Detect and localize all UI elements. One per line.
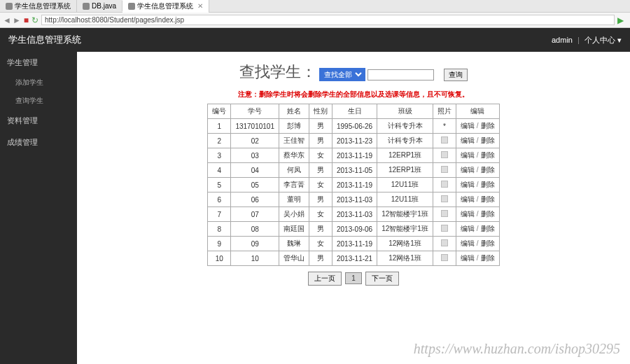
table-cell: 蔡华东 bbox=[279, 148, 309, 163]
table-cell: 6 bbox=[208, 192, 231, 207]
stop-icon[interactable]: ■ bbox=[24, 15, 29, 25]
photo-cell bbox=[433, 148, 456, 163]
edit-link[interactable]: 编辑 bbox=[461, 166, 475, 174]
delete-link[interactable]: 删除 bbox=[481, 195, 495, 203]
table-cell: 12智能楼宇1班 bbox=[377, 207, 433, 222]
table-cell: 魏琳 bbox=[279, 237, 309, 251]
prev-page-button[interactable]: 上一页 bbox=[308, 272, 342, 286]
table-header: 照片 bbox=[433, 104, 456, 119]
browser-tab-1[interactable]: DB.java bbox=[77, 1, 122, 11]
photo-cell bbox=[433, 163, 456, 178]
search-input[interactable] bbox=[368, 69, 434, 80]
next-page-button[interactable]: 下一页 bbox=[365, 272, 399, 286]
delete-link[interactable]: 删除 bbox=[481, 151, 495, 159]
edit-link[interactable]: 编辑 bbox=[461, 122, 475, 130]
table-cell: 2013-11-21 bbox=[332, 251, 377, 266]
photo-cell bbox=[433, 207, 456, 222]
table-cell: 彭博 bbox=[279, 119, 309, 134]
table-cell: 男 bbox=[309, 192, 332, 207]
app-title: 学生信息管理系统 bbox=[8, 34, 81, 46]
table-cell: 08 bbox=[231, 222, 279, 237]
table-row: 707吴小娟女2013-11-0312智能楼宇1班编辑/删除 bbox=[208, 207, 499, 222]
go-icon[interactable]: ▶ bbox=[617, 15, 627, 25]
search-type-select[interactable]: 查找全部 bbox=[319, 68, 365, 81]
user-menu[interactable]: 个人中心 bbox=[584, 36, 615, 44]
edit-link[interactable]: 编辑 bbox=[461, 195, 475, 203]
table-cell: 2013-11-19 bbox=[332, 178, 377, 192]
table-cell: 女 bbox=[309, 148, 332, 163]
search-button[interactable]: 查询 bbox=[444, 69, 468, 81]
photo-cell bbox=[433, 192, 456, 207]
delete-link[interactable]: 删除 bbox=[481, 225, 495, 232]
table-cell: 4 bbox=[208, 163, 231, 178]
close-icon[interactable]: ✕ bbox=[195, 2, 203, 10]
table-cell: 12网络1班 bbox=[377, 237, 433, 251]
browser-tab-0[interactable]: 学生信息管理系统 bbox=[0, 0, 77, 13]
table-cell: 1317010101 bbox=[231, 119, 279, 134]
table-cell: 计科专升本 bbox=[377, 119, 433, 134]
sidebar-sub-query-student[interactable]: 查询学生 bbox=[0, 92, 77, 110]
delete-link[interactable]: 删除 bbox=[481, 210, 495, 218]
table-row: 1010管华山男2013-11-2112网络1班编辑/删除 bbox=[208, 251, 499, 266]
separator: / bbox=[477, 239, 479, 247]
reload-icon[interactable]: ↻ bbox=[31, 15, 38, 25]
sidebar-item-grade[interactable]: 成绩管理 bbox=[0, 132, 77, 153]
action-cell: 编辑/删除 bbox=[456, 237, 499, 251]
chevron-down-icon[interactable]: ▾ bbox=[617, 36, 622, 44]
sidebar-sub-add-student[interactable]: 添加学生 bbox=[0, 74, 77, 92]
table-cell: 男 bbox=[309, 119, 332, 134]
edit-link[interactable]: 编辑 bbox=[461, 136, 475, 144]
forward-icon[interactable]: ► bbox=[13, 15, 21, 25]
table-cell: 1995-06-26 bbox=[332, 119, 377, 134]
action-cell: 编辑/删除 bbox=[456, 178, 499, 192]
table-header: 班级 bbox=[377, 104, 433, 119]
table-cell: 12ERP1班 bbox=[377, 163, 433, 178]
app-header: 学生信息管理系统 admin | 个人中心 ▾ bbox=[0, 28, 630, 52]
delete-link[interactable]: 删除 bbox=[481, 122, 495, 130]
edit-link[interactable]: 编辑 bbox=[461, 239, 475, 247]
edit-link[interactable]: 编辑 bbox=[461, 181, 475, 188]
sidebar: 学生管理 添加学生 查询学生 资料管理 成绩管理 bbox=[0, 52, 77, 364]
photo-cell bbox=[433, 222, 456, 237]
table-row: 808南廷国男2013-09-0612智能楼宇1班编辑/删除 bbox=[208, 222, 499, 237]
globe-icon bbox=[128, 3, 135, 10]
table-cell: 03 bbox=[231, 148, 279, 163]
delete-link[interactable]: 删除 bbox=[481, 181, 495, 188]
student-table: 编号学号姓名性别生日班级照片编辑 11317010101彭博男1995-06-2… bbox=[207, 104, 499, 266]
delete-link[interactable]: 删除 bbox=[481, 136, 495, 144]
photo-cell bbox=[433, 251, 456, 266]
photo-placeholder-icon bbox=[441, 181, 448, 188]
table-row: 909魏琳女2013-11-1912网络1班编辑/删除 bbox=[208, 237, 499, 251]
browser-tab-2[interactable]: 学生信息管理系统 ✕ bbox=[122, 0, 209, 13]
delete-link[interactable]: 删除 bbox=[481, 239, 495, 247]
separator: | bbox=[578, 36, 580, 44]
table-cell: 9 bbox=[208, 237, 231, 251]
address-input[interactable] bbox=[41, 15, 615, 25]
separator: / bbox=[477, 151, 479, 159]
table-cell: 12U11班 bbox=[377, 178, 433, 192]
sidebar-item-student[interactable]: 学生管理 bbox=[0, 52, 77, 74]
table-row: 202王佳智男2013-11-23计科专升本编辑/删除 bbox=[208, 134, 499, 148]
edit-link[interactable]: 编辑 bbox=[461, 210, 475, 218]
table-cell: 2013-09-06 bbox=[332, 222, 377, 237]
edit-link[interactable]: 编辑 bbox=[461, 225, 475, 232]
back-icon[interactable]: ◄ bbox=[3, 15, 11, 25]
edit-link[interactable]: 编辑 bbox=[461, 254, 475, 262]
edit-link[interactable]: 编辑 bbox=[461, 151, 475, 159]
table-row: 303蔡华东女2013-11-1912ERP1班编辑/删除 bbox=[208, 148, 499, 163]
action-cell: 编辑/删除 bbox=[456, 222, 499, 237]
separator: / bbox=[477, 181, 479, 188]
photo-placeholder-icon bbox=[441, 136, 448, 144]
table-row: 404何凤男2013-11-0512ERP1班编辑/删除 bbox=[208, 163, 499, 178]
table-cell: 10 bbox=[231, 251, 279, 266]
delete-link[interactable]: 删除 bbox=[481, 254, 495, 262]
action-cell: 编辑/删除 bbox=[456, 163, 499, 178]
table-header: 姓名 bbox=[279, 104, 309, 119]
delete-link[interactable]: 删除 bbox=[481, 166, 495, 174]
sidebar-item-profile[interactable]: 资料管理 bbox=[0, 110, 77, 132]
separator: / bbox=[477, 210, 479, 218]
separator: / bbox=[477, 225, 479, 232]
user-name[interactable]: admin bbox=[552, 36, 573, 44]
table-header: 编号 bbox=[208, 104, 231, 119]
table-cell: 04 bbox=[231, 163, 279, 178]
